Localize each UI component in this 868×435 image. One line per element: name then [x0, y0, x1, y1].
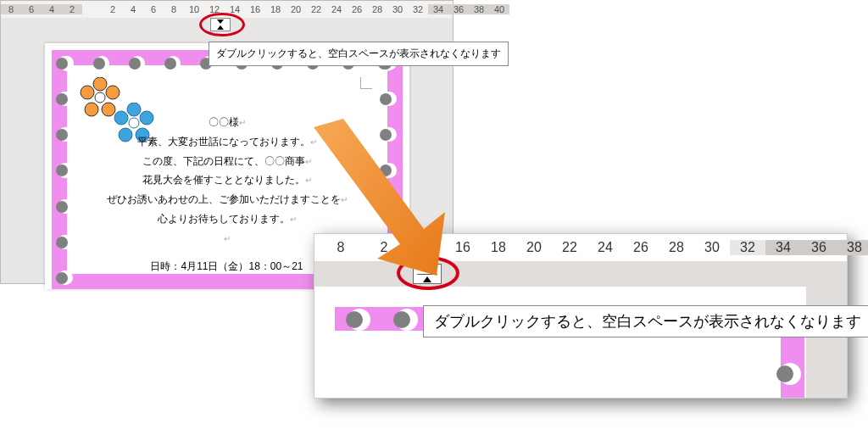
ruler-mark: 32 — [408, 4, 428, 14]
ruler-mark: 6 — [143, 4, 164, 14]
page-gap-area-zoom[interactable] — [314, 261, 847, 287]
border-dot — [779, 363, 801, 385]
annotation-highlight-oval — [199, 13, 245, 36]
ruler-mark: 38 — [837, 240, 868, 255]
document-page[interactable]: 〇〇様↵ 平素、大変お世話になっております。↵ この度、下記の日程にて、〇〇商事… — [45, 43, 409, 289]
ruler-mark: 16 — [445, 240, 481, 255]
border-dots-left — [58, 56, 73, 285]
text-salutation: 〇〇様 — [209, 116, 239, 128]
ruler-mark: 24 — [587, 240, 623, 255]
svg-point-0 — [93, 77, 107, 91]
ruler-mark: 2 — [103, 4, 123, 14]
svg-point-4 — [81, 86, 94, 99]
document-body-text[interactable]: 〇〇様↵ 平素、大変お世話になっております。↵ この度、下記の日程にて、〇〇商事… — [79, 113, 376, 276]
ruler-mark: 28 — [659, 240, 694, 255]
ruler-mark: 20 — [286, 4, 306, 14]
ruler-mark: 26 — [623, 240, 659, 255]
ruler-mark: 4 — [123, 4, 143, 14]
svg-point-1 — [106, 86, 120, 99]
ruler-mark: 18 — [481, 240, 516, 255]
text-line: 心よりお待ちしております。 — [158, 213, 290, 225]
tooltip: ダブルクリックすると、空白スペースが表示されなくなります — [423, 305, 868, 337]
ruler-mark: 22 — [552, 240, 587, 255]
ruler-mark: 4 — [42, 4, 62, 14]
ruler-mark: 10 — [184, 4, 204, 14]
ruler-mark: 16 — [245, 4, 265, 14]
text-line: ぜひお誘いあわせの上、ご参加いただけますことを — [107, 193, 341, 205]
ruler-mark: 36 — [801, 240, 837, 255]
ruler-mark: 34 — [428, 4, 448, 14]
ruler-mark: 32 — [730, 240, 765, 255]
ruler-mark: 24 — [326, 4, 347, 14]
ruler-mark: 28 — [367, 4, 387, 14]
ruler-mark: 30 — [694, 240, 730, 255]
text-date: 日時：4月11日（金）18：00～21 — [150, 260, 303, 272]
ruler-mark: 36 — [448, 4, 469, 14]
text-line: この度、下記の日程にて、〇〇商事 — [142, 155, 305, 167]
ruler-mark: 14 — [409, 240, 445, 255]
text-line: 花見大会を催すこととなりました。 — [142, 174, 305, 186]
ruler-mark: 38 — [469, 4, 489, 14]
ruler-mark: 20 — [516, 240, 552, 255]
ruler-mark: 2 — [62, 4, 82, 14]
margin-corner-mark — [360, 77, 372, 89]
ruler-mark: 6 — [21, 4, 42, 14]
ruler-mark: 40 — [489, 4, 509, 14]
editor-panel-zoom: 8 2 14 16 18 20 22 24 26 28 30 32 34 36 … — [314, 233, 848, 399]
tooltip: ダブルクリックすると、空白スペースが表示されなくなります — [209, 42, 509, 66]
ruler-mark: 22 — [306, 4, 326, 14]
ruler-mark: 26 — [347, 4, 367, 14]
ruler-mark: 34 — [765, 240, 801, 255]
text-line: 平素、大変お世話になっております。 — [137, 136, 310, 148]
ruler-mark: 30 — [387, 4, 408, 14]
svg-point-5 — [95, 92, 105, 103]
horizontal-ruler-zoom[interactable]: 8 2 14 16 18 20 22 24 26 28 30 32 34 36 … — [314, 234, 847, 261]
ruler-mark: 8 — [1, 4, 21, 14]
annotation-highlight-oval — [397, 256, 459, 290]
ruler-mark: 18 — [265, 4, 286, 14]
ruler-mark: 8 — [164, 4, 184, 14]
